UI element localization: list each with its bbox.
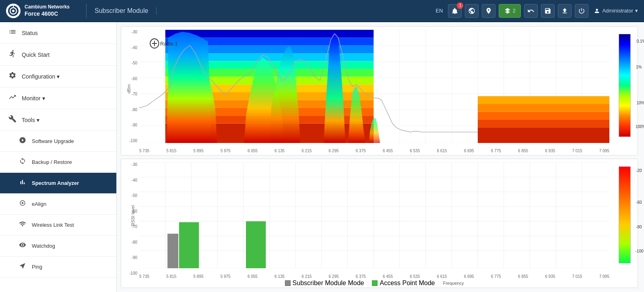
globe-button[interactable]	[465, 4, 479, 18]
svg-text:Radio 1: Radio 1	[160, 40, 178, 47]
svg-rect-52	[478, 120, 609, 127]
notifications-button[interactable]: 1	[448, 4, 462, 18]
bottom-legend-bar: -20 -60 -80 -100	[611, 159, 638, 288]
sidebar-item-tools[interactable]: Tools ▾	[0, 109, 116, 131]
sidebar-label-ealign: eAlign	[32, 201, 46, 207]
sidebar: Status Quick Start Configuration ▾ Monit…	[0, 22, 117, 292]
page-title: Subscriber Module	[95, 7, 157, 14]
top-legend-bar: 0.1% 1% 10% 100%	[611, 27, 638, 155]
upload-button[interactable]	[558, 4, 572, 18]
subscriber-module-legend: Subscriber Module Mode	[285, 280, 364, 287]
language-selector[interactable]: EN	[436, 8, 443, 14]
svg-point-5	[22, 202, 24, 204]
sidebar-item-backup-restore[interactable]: Backup / Restore	[0, 152, 116, 173]
bottom-x-axis: 5 7355 8155 8955 9756 0556 1356 2156 295…	[139, 274, 609, 279]
sidebar-label-quick-start: Quick Start	[22, 52, 50, 58]
sidebar-label-watchdog: Watchdog	[32, 243, 55, 249]
sidebar-item-spectrum-analyzer[interactable]: Spectrum Analyzer	[0, 173, 116, 194]
svg-rect-54	[478, 104, 609, 112]
main-layout: Status Quick Start Configuration ▾ Monit…	[0, 22, 644, 292]
top-chart-area: -30-40-50-60-70-80-90-100 dBm	[121, 27, 611, 155]
svg-rect-87	[246, 221, 266, 268]
svg-rect-86	[179, 222, 199, 268]
top-y-label: dBm	[126, 84, 131, 93]
svg-point-2	[12, 10, 14, 12]
ealign-icon	[18, 199, 27, 209]
sidebar-item-monitor[interactable]: Monitor ▾	[0, 87, 116, 109]
sidebar-item-quick-start[interactable]: Quick Start	[0, 44, 116, 66]
svg-rect-85	[167, 234, 178, 268]
sidebar-label-configuration: Configuration ▾	[22, 73, 60, 80]
header-controls: EN 1 2 Administrator	[436, 4, 638, 18]
svg-rect-55	[478, 96, 609, 104]
sidebar-label-ping: Ping	[32, 264, 42, 270]
access-point-swatch	[372, 280, 378, 286]
quick-start-icon	[8, 50, 17, 60]
power-button[interactable]	[575, 4, 588, 18]
sidebar-label-backup-restore: Backup / Restore	[32, 159, 72, 165]
access-point-legend: Access Point Mode	[372, 280, 435, 287]
status-icon	[8, 28, 17, 38]
sidebar-item-configuration[interactable]: Configuration ▾	[0, 66, 116, 87]
app-header: Cambium Networks Force 4600C Subscriber …	[0, 0, 644, 22]
sidebar-item-ealign[interactable]: eAlign	[0, 194, 116, 215]
configuration-icon	[8, 71, 17, 81]
top-spectrum-chart: -30-40-50-60-70-80-90-100 dBm	[121, 26, 638, 155]
location-button[interactable]	[482, 4, 495, 18]
sidebar-label-status: Status	[22, 30, 38, 36]
software-upgrade-icon	[18, 137, 27, 146]
undo-button[interactable]	[524, 4, 538, 18]
logo-text: Cambium Networks Force 4600C	[25, 4, 70, 18]
sidebar-item-ping[interactable]: Ping	[0, 257, 116, 278]
sidebar-label-spectrum-analyzer: Spectrum Analyzer	[32, 180, 79, 186]
monitor-icon	[8, 93, 17, 103]
bottom-spectrum-chart: -30-40-50-60-70-80-90-100 RSSI level	[121, 159, 638, 288]
svg-rect-51	[478, 127, 609, 143]
ping-icon	[18, 262, 27, 271]
subscriber-module-label: Subscriber Module Mode	[293, 280, 364, 287]
access-point-label: Access Point Mode	[380, 280, 435, 287]
backup-restore-icon	[18, 157, 27, 167]
top-x-axis: 5 7355 8155 8955 9756 0556 1356 2156 295…	[139, 149, 609, 153]
watchdog-icon	[18, 241, 27, 251]
wireless-link-test-icon	[18, 220, 27, 230]
alert-button[interactable]: 2	[499, 4, 521, 18]
top-chart-svg: Radio 1	[139, 30, 609, 143]
tools-icon	[8, 115, 17, 125]
sidebar-item-wireless-link-test[interactable]: Wireless Link Test	[0, 215, 116, 236]
sidebar-label-software-upgrade: Software Upgrade	[32, 138, 74, 144]
save-button[interactable]	[541, 4, 555, 18]
frequency-label: Frequency	[443, 281, 464, 286]
sidebar-label-wireless-link-test: Wireless Link Test	[32, 222, 74, 228]
bottom-chart-svg	[139, 162, 609, 268]
bottom-chart-area: -30-40-50-60-70-80-90-100 RSSI level	[121, 159, 611, 288]
subscriber-module-swatch	[285, 280, 291, 286]
bottom-legend-row: Subscriber Module Mode Access Point Mode…	[139, 280, 609, 287]
user-menu[interactable]: Administrator ▾	[594, 8, 638, 14]
sidebar-label-monitor: Monitor ▾	[22, 95, 45, 101]
svg-rect-53	[478, 112, 609, 119]
notification-badge: 1	[457, 2, 463, 9]
logo-section: Cambium Networks Force 4600C	[6, 4, 87, 18]
sidebar-item-watchdog[interactable]: Watchdog	[0, 236, 116, 257]
main-content: -30-40-50-60-70-80-90-100 dBm	[117, 22, 644, 292]
bottom-y-label: RSSI level	[130, 205, 135, 226]
sidebar-item-software-upgrade[interactable]: Software Upgrade	[0, 131, 116, 152]
logo-icon	[6, 4, 21, 18]
sidebar-item-status[interactable]: Status	[0, 22, 116, 44]
sidebar-label-tools: Tools ▾	[22, 117, 39, 123]
spectrum-analyzer-icon	[18, 178, 27, 188]
